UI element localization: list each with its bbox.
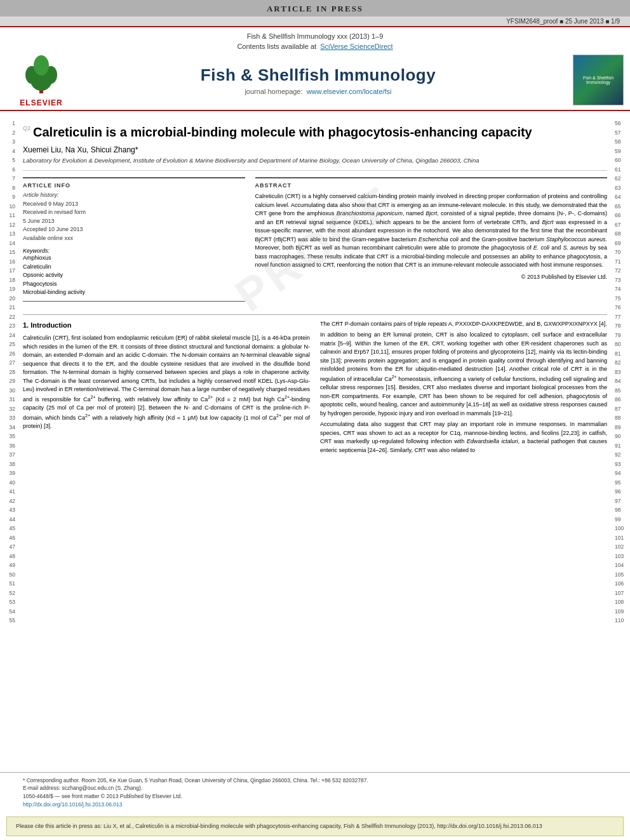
svg-point-4 <box>34 55 49 76</box>
intro-para-4: Accumulating data also suggest that CRT … <box>320 420 607 455</box>
ln-43: 43 <box>10 505 15 515</box>
ln-50: 50 <box>10 570 15 580</box>
ln-1: 1 <box>12 119 15 128</box>
sciverse-link[interactable]: SciVerse ScienceDirect <box>320 43 392 50</box>
journal-homepage: journal homepage: www.elsevier.com/locat… <box>76 88 560 95</box>
ln-20: 20 <box>10 294 15 303</box>
banner-title: ARTICLE IN PRESS <box>267 4 363 13</box>
ln-69: 69 <box>615 239 620 248</box>
ln-62: 62 <box>615 174 620 183</box>
journal-cover-area: Fish & ShellfishImmunology <box>560 55 624 105</box>
ln-47: 47 <box>10 542 15 552</box>
accepted-date: Accepted 10 June 2013 <box>23 225 245 234</box>
footnote-corresponding: * Corresponding author. Room 205, Ke Xue… <box>23 777 607 785</box>
homepage-url[interactable]: www.elsevier.com/locate/fsi <box>307 88 392 95</box>
received-revised-date: 5 June 2013 <box>23 217 245 226</box>
ln-30: 30 <box>10 386 15 396</box>
ln-63: 63 <box>615 183 620 193</box>
ln-108: 108 <box>615 597 624 607</box>
ln-59: 59 <box>615 147 620 156</box>
ln-101: 101 <box>615 533 624 543</box>
contents-label: Contents lists available at <box>237 43 316 50</box>
ln-74: 74 <box>615 284 620 294</box>
ln-25: 25 <box>10 340 15 349</box>
ln-46: 46 <box>10 533 15 543</box>
footnote-email: E-mail address: sczhang@ouc.edu.cn (S. Z… <box>23 784 607 792</box>
author-affiliation: Laboratory for Evolution & Development, … <box>23 157 607 164</box>
body-column-left: 1. Introduction Calreticulin (CRT), firs… <box>23 320 310 458</box>
journal-header-content: ELSEVIER Fish & Shellfish Immunology jou… <box>0 53 630 107</box>
article-info-title: ARTICLE INFO <box>23 182 245 189</box>
ln-23: 23 <box>10 321 15 331</box>
ln-60: 60 <box>615 156 620 165</box>
ln-72: 72 <box>615 266 620 276</box>
contents-bar: Contents lists available at SciVerse Sci… <box>0 43 630 53</box>
ln-29: 29 <box>10 377 15 386</box>
page: ARTICLE IN PRESS YFSIM2648_proof ■ 25 Ju… <box>0 0 630 840</box>
ln-39: 39 <box>10 469 15 478</box>
ln-45: 45 <box>10 524 15 533</box>
abstract-box: ABSTRACT Calreticulin (CRT) is a highly … <box>255 177 607 284</box>
article-in-press-banner: ARTICLE IN PRESS <box>0 0 630 17</box>
article-title: Calreticulin is a microbial-binding mole… <box>23 124 607 140</box>
article-history-label: Article history: <box>23 191 245 200</box>
ln-13: 13 <box>10 229 15 239</box>
issn-line: 1050-4648/$ — see front matter © 2013 Pu… <box>23 792 607 801</box>
ln-36: 36 <box>10 441 15 451</box>
ln-31: 31 <box>10 395 15 404</box>
ln-33: 33 <box>10 413 15 423</box>
intro-para-1: Calreticulin (CRT), first isolated from … <box>23 334 310 431</box>
ln-84: 84 <box>615 377 620 386</box>
citation-bar: Please cite this article in press as: Li… <box>6 817 624 837</box>
keyword-1: Amphioxus <box>23 254 245 263</box>
ln-87: 87 <box>615 404 620 414</box>
ln-91: 91 <box>615 441 620 451</box>
line-numbers-left: 1 2 3 4 5 6 7 8 9 10 11 12 13 14 15 16 1… <box>0 117 18 766</box>
ln-24: 24 <box>10 331 15 340</box>
ln-61: 61 <box>615 165 620 175</box>
ln-78: 78 <box>615 321 620 331</box>
ln-7: 7 <box>12 174 15 183</box>
intro-para-2: The CRT P-domain contains pairs of tripl… <box>320 320 607 329</box>
journal-header: Fish & Shellfish Immunology xxx (2013) 1… <box>0 26 630 111</box>
ln-92: 92 <box>615 450 620 460</box>
ln-99: 99 <box>615 515 620 524</box>
ln-98: 98 <box>615 505 620 515</box>
ln-4: 4 <box>12 147 15 156</box>
article-authors: Xuemei Liu, Na Xu, Shicui Zhang* <box>23 145 607 154</box>
ln-56: 56 <box>615 119 620 128</box>
introduction-columns: 1. Introduction Calreticulin (CRT), firs… <box>23 320 607 458</box>
ln-57: 57 <box>615 128 620 138</box>
ln-52: 52 <box>10 589 15 598</box>
ln-51: 51 <box>10 579 15 589</box>
ln-66: 66 <box>615 211 620 220</box>
ln-76: 76 <box>615 303 620 312</box>
ln-100: 100 <box>615 524 624 533</box>
ln-89: 89 <box>615 423 620 432</box>
abstract-title: ABSTRACT <box>255 182 607 189</box>
ln-8: 8 <box>12 183 15 193</box>
ln-106: 106 <box>615 579 624 589</box>
ln-71: 71 <box>615 257 620 267</box>
ln-88: 88 <box>615 413 620 423</box>
ln-85: 85 <box>615 386 620 396</box>
footnote-area: * Corresponding author. Room 205, Ke Xue… <box>0 772 630 813</box>
ln-49: 49 <box>10 561 15 570</box>
gene-italic: Bjcrt <box>426 210 437 217</box>
ln-75: 75 <box>615 294 620 303</box>
ln-95: 95 <box>615 478 620 488</box>
doi-line[interactable]: http://dx.doi.org/10.1016/j.fsi.2013.06.… <box>23 801 607 809</box>
journal-title: Fish & Shellfish Immunology <box>76 65 560 85</box>
ln-67: 67 <box>615 220 620 230</box>
elsevier-label: ELSEVIER <box>20 98 62 107</box>
ln-41: 41 <box>10 487 15 497</box>
ln-96: 96 <box>615 487 620 497</box>
journal-title-area: Fish & Shellfish Immunology journal home… <box>76 65 560 95</box>
ln-73: 73 <box>615 276 620 285</box>
ln-15: 15 <box>10 248 15 257</box>
ln-44: 44 <box>10 515 15 524</box>
intro-heading: 1. Introduction <box>23 320 310 331</box>
gene-italic-2: Bjcrt <box>542 219 553 225</box>
q2-label: Q2 <box>23 125 30 131</box>
ln-19: 19 <box>10 284 15 294</box>
